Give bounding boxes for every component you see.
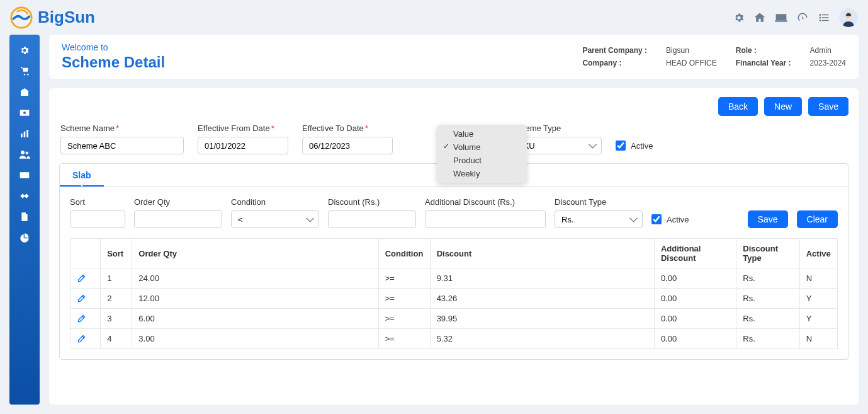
cell-add-discount: 0.00 [654,329,736,349]
warehouse-icon[interactable] [19,86,30,98]
svg-rect-8 [822,20,829,21]
cell-condition: >= [378,268,430,289]
handshake-icon[interactable] [19,190,30,202]
cell-sort: 1 [101,268,132,289]
table-row: 124.00>=9.310.00Rs.N [70,268,838,289]
active-checkbox[interactable] [616,141,626,151]
new-button[interactable]: New [764,97,802,116]
order-qty-label: Order Qty [134,197,222,207]
slab-section: Slab Sort Order Qty Condition [59,163,848,360]
th-order-qty: Order Qty [132,239,378,268]
edit-icon[interactable] [77,294,94,303]
dropdown-option[interactable]: Value [437,127,527,141]
dropdown-option[interactable]: Volume [437,141,527,154]
cell-discount-type: Rs. [736,268,799,289]
cell-sort: 3 [101,309,132,329]
file-icon[interactable] [19,211,30,222]
brand[interactable]: BigSun [10,6,95,29]
cash-icon[interactable] [19,170,30,181]
condition-label: Condition [231,197,319,207]
cell-add-discount: 0.00 [654,268,736,289]
active-label: Active [631,141,653,151]
th-add-discount: Additional Discount [654,239,736,268]
slab-save-button[interactable]: Save [748,210,788,228]
sort-input[interactable] [70,210,125,228]
topbar: BigSun [0,0,868,35]
cell-qty: 12.00 [132,289,378,309]
table-row: 212.00>=43.260.00Rs.Y [70,289,838,309]
eff-from-input[interactable] [198,137,288,154]
svg-rect-14 [24,132,26,137]
cell-condition: >= [378,309,430,329]
discount-type-select[interactable] [555,210,643,228]
svg-point-5 [820,16,821,18]
svg-rect-15 [26,130,28,137]
cell-qty: 24.00 [132,268,378,289]
cell-discount: 39.95 [430,309,654,329]
role-value: Admin [810,46,846,55]
tab-slab[interactable]: Slab [60,164,104,187]
home-icon[interactable] [753,11,766,24]
gear-icon[interactable] [19,45,30,56]
eff-to-input[interactable] [302,137,393,154]
discount-input[interactable] [328,210,416,228]
header-meta: Parent Company : Bigsun Role : Admin Com… [582,46,846,67]
screen-icon[interactable] [775,12,787,23]
parent-company-label: Parent Company : [582,46,647,55]
page-title: Scheme Detail [62,54,165,71]
fy-label: Financial Year : [736,59,791,67]
svg-point-19 [23,174,26,176]
th-discount-type: Discount Type [736,239,799,268]
svg-point-3 [820,14,821,16]
svg-rect-6 [822,17,829,18]
cell-qty: 3.00 [132,329,378,349]
slab-table: Sort Order Qty Condition Discount Additi… [70,238,838,349]
dropdown-option[interactable]: Weekly [437,167,527,180]
edit-icon[interactable] [77,314,94,323]
cell-add-discount: 0.00 [654,309,736,329]
slab-active-checkbox[interactable] [651,214,662,224]
th-active: Active [799,239,837,268]
cell-qty: 6.00 [132,309,378,329]
list-icon[interactable] [818,12,830,23]
dropdown-option[interactable]: Product [437,154,527,167]
cell-condition: >= [378,329,430,349]
company-label: Company : [582,59,647,67]
condition-select[interactable] [231,210,319,228]
cell-condition: >= [378,289,430,309]
gauge-icon[interactable] [796,11,809,24]
svg-point-16 [21,151,25,154]
svg-point-7 [820,20,821,21]
cell-sort: 2 [101,289,132,309]
cell-discount-type: Rs. [736,309,799,329]
th-discount: Discount [430,239,654,268]
pie-icon[interactable] [19,232,30,243]
avatar[interactable] [839,8,858,27]
scheme-name-label: Scheme Name* [60,124,184,133]
edit-icon[interactable] [77,273,94,283]
users-icon[interactable] [19,149,30,160]
add-discount-input[interactable] [425,210,546,228]
chart-icon[interactable] [19,128,30,139]
th-sort: Sort [101,239,132,268]
brand-name: BigSun [38,8,95,27]
scheme-name-input[interactable] [60,137,184,154]
cart-icon[interactable] [19,66,30,77]
slab-clear-button[interactable]: Clear [797,210,838,228]
add-discount-rs-label: Additional Discount (Rs.) [425,197,546,207]
order-qty-input[interactable] [134,210,222,228]
parent-company-value: Bigsun [666,46,717,55]
cell-active: N [799,268,837,289]
slab-active-label: Active [667,215,689,224]
sort-label: Sort [70,197,125,207]
money-icon[interactable] [19,107,30,118]
period-dropdown-popup: ValueVolumeProductWeekly [437,125,527,183]
save-button[interactable]: Save [808,97,848,116]
cell-discount-type: Rs. [736,289,799,309]
cell-add-discount: 0.00 [654,289,736,309]
edit-icon[interactable] [77,334,94,343]
gear-icon[interactable] [733,12,745,23]
svg-point-12 [23,112,26,114]
back-button[interactable]: Back [718,97,758,116]
discount-type-label: Discount Type [555,197,643,207]
